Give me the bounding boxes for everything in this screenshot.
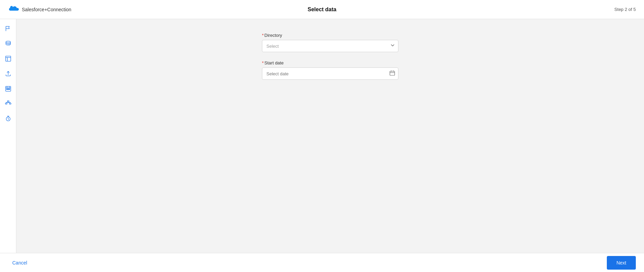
page-header: Salesforce+Connection Select data Step 2… xyxy=(0,0,644,19)
sidebar xyxy=(0,19,16,253)
schedule-icon[interactable] xyxy=(4,115,12,123)
start-date-field-group: * Start date xyxy=(262,60,398,80)
start-date-required-star: * xyxy=(262,60,264,65)
directory-field-group: * Directory Select xyxy=(262,33,398,52)
directory-select[interactable]: Select xyxy=(262,40,398,52)
cancel-button[interactable]: Cancel xyxy=(8,257,31,268)
page-footer: Cancel Next xyxy=(0,253,644,272)
svg-rect-1 xyxy=(5,56,11,61)
svg-rect-10 xyxy=(8,89,9,90)
svg-point-0 xyxy=(6,41,10,43)
table-icon[interactable] xyxy=(4,55,12,63)
date-input-wrapper xyxy=(262,67,398,80)
svg-rect-11 xyxy=(9,89,10,90)
content-area: * Directory Select xyxy=(16,19,644,253)
svg-rect-9 xyxy=(6,89,8,90)
step-indicator: Step 2 of 5 xyxy=(614,7,636,12)
database-icon[interactable] xyxy=(4,40,12,48)
page-title: Select data xyxy=(308,6,336,13)
start-date-label-text: Start date xyxy=(264,60,283,65)
hierarchy-icon[interactable] xyxy=(4,100,12,108)
directory-select-wrapper: Select xyxy=(262,40,398,52)
calendar-grid-icon[interactable] xyxy=(4,85,12,93)
brand-section: Salesforce+Connection xyxy=(8,4,71,15)
upload-icon[interactable] xyxy=(4,70,12,78)
start-date-input[interactable] xyxy=(262,67,398,80)
form-area: * Directory Select xyxy=(16,19,644,253)
directory-label-text: Directory xyxy=(264,33,282,38)
start-date-label: * Start date xyxy=(262,60,398,65)
next-button[interactable]: Next xyxy=(607,256,636,270)
flag-icon[interactable] xyxy=(4,25,12,33)
form-container: * Directory Select xyxy=(262,33,398,88)
directory-label: * Directory xyxy=(262,33,398,38)
directory-required-star: * xyxy=(262,33,264,38)
brand-title: Salesforce+Connection xyxy=(22,7,71,12)
salesforce-logo-icon xyxy=(8,4,19,15)
main-layout: * Directory Select xyxy=(0,19,644,253)
